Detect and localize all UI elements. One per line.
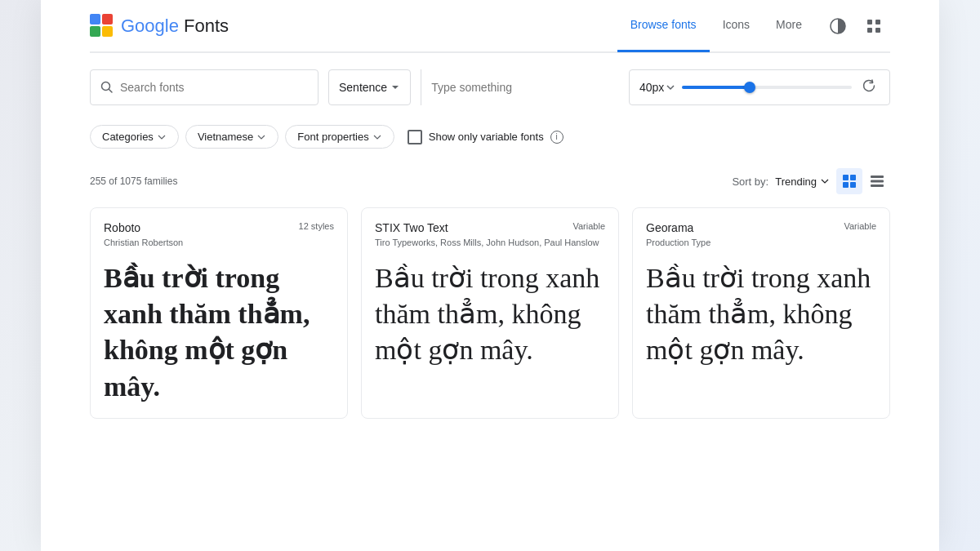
refresh-button[interactable] [858,75,880,100]
language-filter[interactable]: Vietnamese [185,125,278,149]
language-chevron-icon [256,132,266,142]
sort-value: Trending [775,176,817,188]
svg-rect-14 [850,182,856,188]
font-name-1: STIX Two Text [375,221,448,234]
svg-rect-7 [867,28,872,33]
font-card-1[interactable]: STIX Two Text Variable Tiro Typeworks, R… [361,207,619,419]
logo-fonts: Fonts [179,16,229,36]
font-preview-1: Bầu trời trong xanh thăm thẳm, không một… [375,260,605,369]
svg-rect-6 [875,20,880,24]
dark-mode-button[interactable] [822,10,854,42]
svg-rect-2 [90,26,100,37]
svg-rect-1 [102,14,113,24]
font-size-value: 40px [639,81,664,94]
list-view-button[interactable] [864,168,890,194]
results-count: 255 of 1075 families [90,176,177,187]
sort-area: Sort by: Trending [732,168,890,194]
google-logo-icon [90,14,114,38]
font-properties-label: Font properties [297,131,368,143]
svg-rect-15 [871,176,884,178]
font-size-slider[interactable] [682,86,852,89]
font-author-2: Production Type [646,238,876,247]
dark-mode-icon [830,18,846,34]
font-card-header-1: STIX Two Text Variable [375,221,605,234]
info-icon-text: i [556,132,558,141]
sort-selector[interactable]: Trending [775,176,830,188]
font-size-chevron-icon [666,82,675,92]
svg-rect-12 [850,175,856,180]
font-card-header-2: Georama Variable [646,221,876,234]
categories-label: Categories [102,131,154,143]
font-size-area: 40px [629,69,890,105]
main-nav: Browse fonts Icons More [617,0,815,52]
categories-filter[interactable]: Categories [90,125,179,149]
sort-label: Sort by: [732,176,768,188]
slider-thumb[interactable] [744,82,755,93]
sentence-chevron-icon [390,82,400,92]
nav-more[interactable]: More [763,0,815,52]
nav-icons[interactable]: Icons [710,0,763,52]
sentence-label: Sentence [339,81,387,94]
search-section: Sentence 40px [90,53,890,118]
logo-google: Google [121,16,179,36]
font-properties-chevron-icon [372,132,382,142]
svg-rect-0 [90,14,100,24]
results-bar: 255 of 1075 families Sort by: Trending [90,162,890,207]
svg-line-10 [109,90,113,93]
preview-text-input[interactable] [421,69,619,105]
font-styles-2: Variable [844,221,876,231]
font-styles-0: 12 styles [299,221,334,231]
search-input[interactable] [120,81,308,94]
info-icon[interactable]: i [550,131,564,144]
font-name-0: Roboto [104,221,140,234]
sentence-selector[interactable]: Sentence [328,69,411,105]
svg-rect-3 [102,26,113,37]
nav-browse-fonts[interactable]: Browse fonts [617,0,710,52]
fonts-grid: Roboto 12 styles Christian Robertson Bầu… [90,207,890,451]
slider-track [682,86,852,89]
font-size-selector[interactable]: 40px [639,81,675,94]
grid-view-button[interactable] [836,168,862,194]
font-name-2: Georama [646,221,693,234]
refresh-icon [862,78,876,93]
apps-button[interactable] [858,10,890,42]
categories-chevron-icon [157,132,167,142]
font-author-1: Tiro Typeworks, Ross Mills, John Hudson,… [375,238,605,247]
show-variable-label: Show only variable fonts [429,131,544,143]
header: Google Fonts Browse fonts Icons More [90,0,890,52]
sort-chevron-icon [820,176,830,186]
filters-section: Categories Vietnamese Font properties Sh… [90,118,890,162]
font-card-2[interactable]: Georama Variable Production Type Bầu trờ… [632,207,890,419]
language-label: Vietnamese [198,131,253,143]
list-view-icon [870,174,884,189]
svg-rect-17 [871,184,884,187]
font-styles-1: Variable [572,221,605,231]
slider-fill [682,86,750,89]
font-card-0[interactable]: Roboto 12 styles Christian Robertson Bầu… [90,207,348,419]
search-icon [100,81,114,94]
svg-rect-11 [843,175,849,180]
grid-view-icon [842,174,857,189]
svg-rect-13 [843,182,849,188]
svg-rect-5 [867,20,872,24]
logo-text: Google Fonts [121,16,229,37]
svg-rect-8 [875,28,880,33]
font-preview-2: Bầu trời trong xanh thăm thẳm, không một… [646,260,876,369]
svg-rect-16 [871,180,884,183]
font-card-header-0: Roboto 12 styles [104,221,334,234]
font-author-0: Christian Robertson [104,238,334,247]
show-variable-checkbox[interactable] [408,130,422,144]
apps-icon [866,18,882,34]
logo-area: Google Fonts [90,14,229,38]
font-properties-filter[interactable]: Font properties [285,125,394,149]
view-toggles [836,168,890,194]
font-preview-0: Bầu trời trong xanh thăm thẳm, không một… [104,260,334,405]
search-box [90,69,318,105]
variable-fonts-checkbox-area: Show only variable fonts i [408,130,564,144]
header-icons [822,10,890,42]
